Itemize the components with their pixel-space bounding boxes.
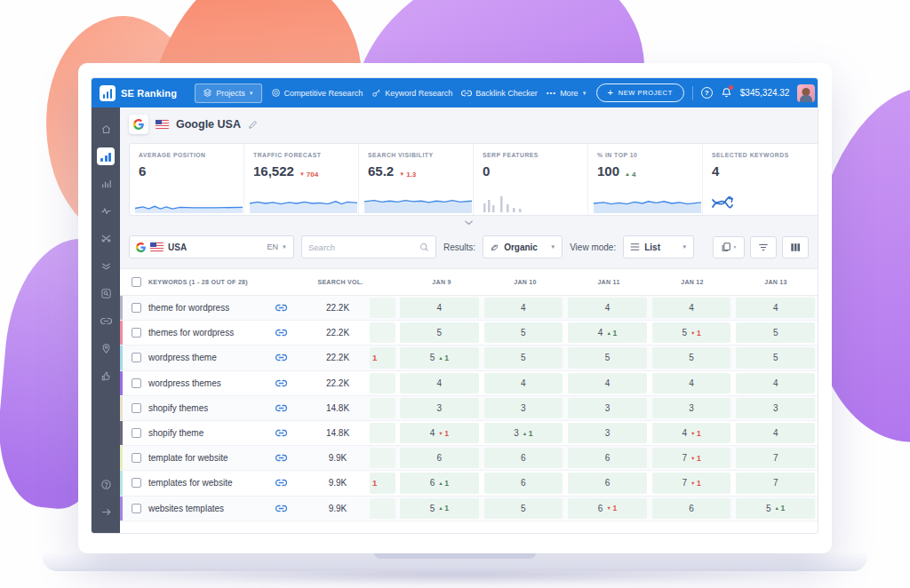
row-checkbox[interactable] (132, 303, 141, 313)
nav-item-competitive-research[interactable]: Competitive Research (271, 88, 363, 98)
position-change: ▲1 (775, 504, 786, 513)
stat-label: AVERAGE POSITION (139, 152, 235, 158)
row-checkbox[interactable] (132, 504, 141, 513)
sidebar-item-monitoring[interactable] (99, 204, 113, 219)
sidebar-item-audit[interactable] (99, 287, 113, 301)
brand-block[interactable]: SE Ranking (100, 85, 186, 101)
search-engine-selector[interactable]: USA EN▼ (129, 235, 294, 258)
columns-button[interactable] (782, 236, 809, 258)
stat-delta: ▼1.3 (399, 171, 416, 179)
project-header: Google USA (120, 107, 818, 141)
chevron-down-icon: ▼ (582, 91, 587, 96)
arrow-down-icon: ▼ (690, 330, 695, 336)
sidebar-help-icon[interactable] (99, 478, 113, 492)
top-nav: SE Ranking Projects ▼ Competitive Resear… (92, 78, 818, 107)
position-cell: 3 (400, 398, 479, 418)
position-value: 5 (689, 353, 694, 362)
position-cell: 7▼1 (652, 448, 731, 468)
date-header: JAN 13 (764, 279, 787, 285)
filter-button[interactable] (750, 236, 777, 258)
position-cell: 7 (736, 448, 815, 468)
row-checkbox[interactable] (132, 453, 141, 463)
position-cell: 6 (484, 473, 563, 493)
new-project-button[interactable]: + NEW PROJECT (596, 83, 684, 102)
keyword-text[interactable]: shopify theme (148, 428, 204, 438)
arrow-up-icon: ▲ (625, 171, 630, 177)
arrow-up-icon: ▲ (606, 330, 611, 336)
target-url-link-icon[interactable] (275, 479, 287, 487)
sidebar-item-rankings[interactable] (97, 147, 115, 165)
target-url-link-icon[interactable] (275, 429, 287, 437)
nav-item-backlink-checker[interactable]: Backlink Checker (461, 89, 538, 98)
country-name: USA (168, 242, 187, 252)
select-all-checkbox[interactable] (132, 277, 141, 287)
columns-icon (790, 242, 801, 252)
edit-pencil-icon[interactable] (248, 120, 258, 130)
position-cell: 5 (400, 322, 479, 343)
sidebar-item-backlinks[interactable] (99, 314, 113, 329)
sparkline (250, 194, 357, 213)
target-url-link-icon[interactable] (275, 354, 287, 362)
keywords-table: KEYWORDS (1 - 28 OUT OF 28) SEARCH VOL. … (120, 268, 818, 533)
target-url-link-icon[interactable] (275, 304, 287, 312)
viewmode-value: List (644, 242, 660, 252)
target-url-link-icon[interactable] (275, 505, 287, 513)
target-url-link-icon[interactable] (275, 404, 287, 412)
help-icon[interactable]: ? (701, 87, 713, 99)
export-copy-button[interactable]: ▼ (713, 236, 745, 258)
target-url-link-icon[interactable] (275, 379, 287, 387)
row-checkbox[interactable] (132, 328, 141, 338)
keyword-text[interactable]: websites templates (148, 504, 224, 513)
row-checkbox[interactable] (132, 403, 141, 413)
keyword-text[interactable]: templates for website (148, 478, 233, 488)
keyword-text[interactable]: wordpress themes (148, 378, 221, 388)
keyword-text[interactable]: wordpress theme (148, 353, 217, 362)
search-input[interactable] (308, 242, 416, 252)
user-avatar[interactable] (797, 84, 815, 102)
table-row: wordpress themes22.2K44444 (120, 371, 818, 396)
position-value: 5 (521, 504, 526, 513)
stat-average-position: AVERAGE POSITION 6 (130, 144, 244, 215)
plus-icon: + (608, 88, 614, 98)
row-checkbox[interactable] (132, 353, 141, 362)
row-checkbox[interactable] (132, 428, 141, 438)
position-cell: 4 (736, 423, 815, 443)
sidebar-item-analytics[interactable] (99, 177, 113, 191)
sidebar-item-locations[interactable] (99, 342, 113, 356)
notifications-bell-icon[interactable] (721, 87, 732, 99)
position-cell-truncated (370, 423, 395, 443)
view-mode-select[interactable]: List ▼ (623, 235, 694, 258)
sidebar-collapse-arrow-icon[interactable] (99, 505, 113, 520)
sidebar-item-home[interactable] (99, 123, 113, 137)
sidebar-item-competitors[interactable] (99, 232, 113, 246)
row-checkbox[interactable] (132, 378, 141, 388)
position-cell: 5 (484, 347, 563, 368)
keyword-text[interactable]: template for website (148, 453, 228, 463)
organic-icon (490, 242, 499, 252)
table-row: shopify themes14.8K33333 (120, 396, 818, 421)
nav-item-keyword-research[interactable]: Keyword Research (371, 88, 452, 98)
date-header: JAN 9 (432, 279, 451, 285)
target-url-link-icon[interactable] (275, 329, 287, 337)
results-type-select[interactable]: Organic ▼ (483, 235, 563, 258)
position-cell: 5 (484, 322, 563, 343)
sidebar-item-social[interactable] (99, 369, 113, 384)
sidebar-item-flow[interactable] (99, 259, 113, 274)
stats-collapse-chevron[interactable] (120, 216, 818, 229)
keywords-header: KEYWORDS (1 - 28 OUT OF 28) (148, 279, 248, 285)
chevron-down-icon: ▼ (249, 91, 254, 96)
main-content: Google USA AVERAGE POSITION 6 TRAFFIC FO… (120, 107, 818, 533)
nav-item-projects[interactable]: Projects ▼ (195, 83, 261, 103)
position-value: 6 (430, 478, 435, 488)
stat-selected-keywords: SELECTED KEYWORDS 4 (703, 144, 818, 215)
keyword-text[interactable]: shopify themes (148, 403, 208, 413)
nav-item-more[interactable]: ••• More ▼ (547, 89, 587, 98)
position-value: 5 (773, 353, 778, 362)
position-value: 4 (682, 428, 687, 438)
account-balance[interactable]: $345,324.32 (740, 88, 790, 98)
keyword-text[interactable]: themes for wordpress (148, 328, 234, 338)
keyword-text[interactable]: theme for wordpress (148, 303, 229, 313)
target-url-link-icon[interactable] (275, 454, 287, 462)
language-selector[interactable]: EN▼ (267, 242, 287, 251)
row-checkbox[interactable] (132, 478, 141, 488)
